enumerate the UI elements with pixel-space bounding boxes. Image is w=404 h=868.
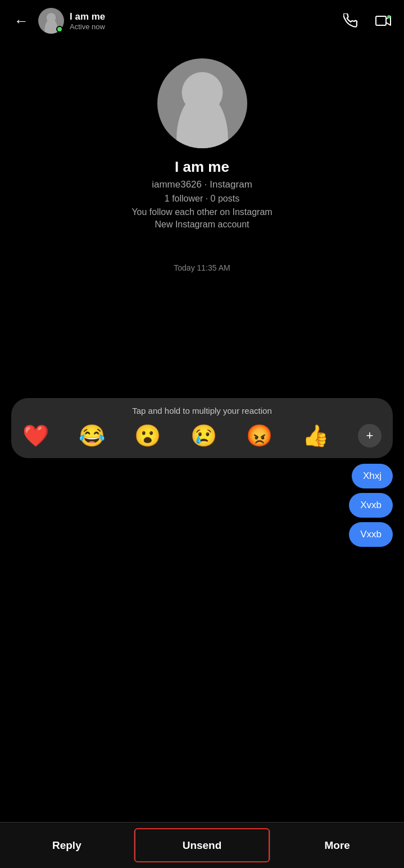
profile-username: iamme3626 · Instagram: [152, 179, 252, 190]
header-avatar-wrap: [38, 8, 64, 34]
contact-status: Active now: [70, 22, 340, 31]
message-bubble-2[interactable]: Xvxb: [349, 493, 393, 518]
reply-button[interactable]: Reply: [0, 823, 134, 868]
reaction-angry[interactable]: 😡: [246, 423, 273, 448]
reaction-cry[interactable]: 😢: [190, 423, 217, 448]
chat-header: ← I am me Active now: [0, 0, 404, 42]
reaction-popup: Tap and hold to multiply your reaction ❤…: [11, 398, 393, 458]
reaction-thumbsup[interactable]: 👍: [302, 423, 329, 448]
profile-stats: 1 follower · 0 posts: [165, 194, 239, 204]
svg-rect-0: [376, 16, 386, 25]
profile-account-type: New Instagram account: [155, 220, 249, 230]
contact-name: I am me: [70, 11, 340, 22]
message-bubble-1[interactable]: Xhxj: [352, 464, 393, 488]
profile-follow-status: You follow each other on Instagram: [131, 207, 272, 217]
online-indicator: [56, 26, 63, 33]
phone-icon: [343, 13, 358, 28]
reaction-laugh[interactable]: 😂: [79, 423, 105, 448]
chat-area: Today 11:35 AM: [0, 241, 404, 398]
reaction-hint: Tap and hold to multiply your reaction: [22, 406, 382, 415]
profile-section: I am me iamme3626 · Instagram 1 follower…: [0, 42, 404, 241]
reaction-wow[interactable]: 😮: [134, 423, 161, 448]
reaction-heart[interactable]: ❤️: [22, 423, 49, 448]
reaction-more-button[interactable]: +: [358, 424, 382, 447]
back-arrow-icon: ←: [14, 12, 29, 30]
message-bubble-3[interactable]: Vxxb: [349, 522, 393, 547]
unsend-button[interactable]: Unsend: [134, 828, 270, 862]
header-actions: [340, 10, 394, 31]
bottom-action-bar: Reply Unsend More: [0, 822, 404, 868]
header-info: I am me Active now: [70, 11, 340, 31]
video-call-button[interactable]: [373, 10, 394, 31]
profile-avatar: [157, 58, 247, 148]
messages-list: Xhxj Xvxb Vxxb: [0, 464, 404, 547]
video-icon: [375, 13, 391, 28]
back-button[interactable]: ←: [10, 10, 33, 32]
reaction-emojis-row: ❤️ 😂 😮 😢 😡 👍 +: [22, 423, 382, 448]
profile-name: I am me: [175, 158, 229, 176]
profile-avatar-silhouette: [157, 58, 247, 148]
chat-timestamp: Today 11:35 AM: [11, 263, 393, 272]
svg-point-2: [387, 15, 391, 19]
more-button[interactable]: More: [270, 823, 404, 868]
call-button[interactable]: [340, 10, 361, 31]
